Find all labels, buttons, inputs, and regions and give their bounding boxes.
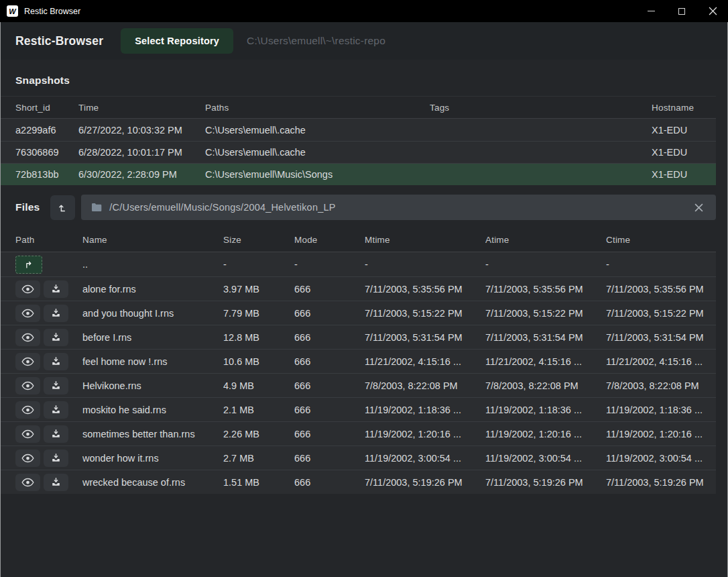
file-mtime: 11/19/2002, 3:00:54 ... xyxy=(365,453,485,464)
view-file-button[interactable] xyxy=(15,474,40,491)
view-file-button[interactable] xyxy=(15,401,40,419)
download-file-button[interactable] xyxy=(44,425,68,443)
snapshot-paths: C:\Users\emuell\.cache xyxy=(205,147,430,158)
maximize-button[interactable] xyxy=(666,0,697,22)
file-name: before I.rns xyxy=(82,332,223,343)
file-mtime: - xyxy=(365,259,485,270)
file-row[interactable]: feel home now !.rns 10.6 MB 666 11/21/20… xyxy=(1,349,716,373)
window-controls xyxy=(635,0,728,22)
minimize-button[interactable] xyxy=(635,0,666,22)
download-file-button[interactable] xyxy=(44,474,68,491)
file-mtime: 7/11/2003, 5:19:26 PM xyxy=(365,477,485,488)
download-file-button[interactable] xyxy=(44,329,68,346)
download-file-button[interactable] xyxy=(44,353,68,370)
file-mode: 666 xyxy=(294,453,365,464)
maximize-icon xyxy=(678,8,685,15)
files-table-header: Path Name Size Mode Mtime Atime Ctime xyxy=(1,227,716,252)
column-header-mode: Mode xyxy=(294,235,365,245)
eye-icon xyxy=(21,405,34,415)
file-atime: 7/11/2003, 5:35:56 PM xyxy=(485,284,606,295)
download-icon xyxy=(51,332,61,342)
file-mtime: 11/21/2002, 4:15:16 ... xyxy=(365,356,485,367)
file-size: 10.6 MB xyxy=(223,356,294,367)
download-file-button[interactable] xyxy=(44,305,68,322)
file-row[interactable]: and you thought I.rns 7.79 MB 666 7/11/2… xyxy=(1,301,716,325)
file-row[interactable]: sometimes better than.rns 2.26 MB 666 11… xyxy=(1,421,716,445)
file-name: wrecked because of.rns xyxy=(82,477,223,488)
close-button[interactable] xyxy=(697,0,728,22)
column-header-name: Name xyxy=(82,235,223,245)
eye-icon xyxy=(21,333,34,342)
file-row[interactable]: Helvikone.rns 4.9 MB 666 7/8/2003, 8:22:… xyxy=(1,373,716,397)
snapshot-short-id: 76306869 xyxy=(15,147,78,158)
current-path-bar[interactable]: /C/Users/emuell/Music/Songs/2004_Helveti… xyxy=(81,195,716,220)
snapshot-paths: C:\Users\emuell\Music\Songs xyxy=(205,169,430,180)
parent-directory-button[interactable] xyxy=(15,256,42,274)
view-file-button[interactable] xyxy=(15,305,40,322)
file-atime: 11/19/2002, 3:00:54 ... xyxy=(485,453,606,464)
file-name: and you thought I.rns xyxy=(82,308,223,319)
parent-directory-row[interactable]: .. - - - - - xyxy=(1,252,716,276)
file-mode: 666 xyxy=(294,284,365,295)
file-mode: 666 xyxy=(294,429,365,439)
file-ctime: 7/8/2003, 8:22:08 PM xyxy=(606,380,716,391)
view-file-button[interactable] xyxy=(15,353,40,370)
snapshot-time: 6/27/2022, 10:03:32 PM xyxy=(78,125,205,136)
column-header-hostname: Hostname xyxy=(652,103,716,113)
download-icon xyxy=(51,356,61,366)
view-file-button[interactable] xyxy=(15,425,40,443)
file-mode: 666 xyxy=(294,356,365,367)
file-atime: 11/19/2002, 1:20:16 ... xyxy=(485,429,606,439)
column-header-tags: Tags xyxy=(430,103,652,113)
snapshot-row[interactable]: 76306869 6/28/2022, 10:01:17 PM C:\Users… xyxy=(1,141,716,163)
file-row[interactable]: wrecked because of.rns 1.51 MB 666 7/11/… xyxy=(1,470,716,494)
view-file-button[interactable] xyxy=(15,450,40,467)
column-header-paths: Paths xyxy=(205,103,430,113)
view-file-button[interactable] xyxy=(15,280,40,298)
eye-icon xyxy=(21,429,34,439)
file-mtime: 11/19/2002, 1:18:36 ... xyxy=(365,405,485,415)
app-icon: W xyxy=(7,5,18,17)
file-size: 2.26 MB xyxy=(223,429,294,439)
arrow-up-right-icon xyxy=(23,260,35,270)
download-file-button[interactable] xyxy=(44,401,68,419)
file-size: 2.1 MB xyxy=(223,405,294,415)
download-file-button[interactable] xyxy=(44,450,68,467)
download-file-button[interactable] xyxy=(44,280,68,298)
column-header-atime: Atime xyxy=(485,235,606,245)
file-size: 7.79 MB xyxy=(223,308,294,319)
file-name: wonder how it.rns xyxy=(82,453,223,464)
file-row[interactable]: moskito he said.rns 2.1 MB 666 11/19/200… xyxy=(1,397,716,421)
window-body: Restic-Browser Select Repository C:\User… xyxy=(0,22,728,577)
file-ctime: 7/11/2003, 5:15:22 PM xyxy=(606,308,716,319)
download-file-button[interactable] xyxy=(44,377,68,395)
snapshot-row[interactable]: a2299af6 6/27/2022, 10:03:32 PM C:\Users… xyxy=(1,119,716,141)
snapshot-short-id: a2299af6 xyxy=(15,125,78,136)
file-row[interactable]: wonder how it.rns 2.7 MB 666 11/19/2002,… xyxy=(1,445,716,470)
clear-path-button[interactable] xyxy=(692,201,706,215)
file-size: 3.97 MB xyxy=(223,284,294,295)
file-name: moskito he said.rns xyxy=(82,405,223,415)
file-atime: 7/8/2003, 8:22:08 PM xyxy=(485,380,606,391)
snapshots-table-header: Short_id Time Paths Tags Hostname xyxy=(1,96,716,119)
folder-icon xyxy=(91,203,102,212)
files-bar: Files /C/Users/emuell/Music/Songs/2004_H… xyxy=(15,195,716,220)
snapshot-hostname: X1-EDU xyxy=(652,169,716,180)
file-row[interactable]: before I.rns 12.8 MB 666 7/11/2003, 5:31… xyxy=(1,325,716,349)
snapshot-time: 6/28/2022, 10:01:17 PM xyxy=(78,147,205,158)
download-icon xyxy=(51,477,61,487)
view-file-button[interactable] xyxy=(15,377,40,395)
close-icon xyxy=(709,7,717,15)
select-repository-button[interactable]: Select Repository xyxy=(121,28,233,54)
file-name: alone for.rns xyxy=(82,284,223,295)
view-file-button[interactable] xyxy=(15,329,40,346)
snapshot-row-selected[interactable]: 72b813bb 6/30/2022, 2:28:09 PM C:\Users\… xyxy=(1,163,716,185)
file-mode: 666 xyxy=(294,477,365,488)
file-name: .. xyxy=(82,259,223,270)
file-row[interactable]: alone for.rns 3.97 MB 666 7/11/2003, 5:3… xyxy=(1,276,716,301)
eye-icon xyxy=(21,309,34,318)
column-header-ctime: Ctime xyxy=(606,235,716,245)
dump-snapshot-button[interactable] xyxy=(50,195,75,220)
snapshots-table: Short_id Time Paths Tags Hostname a2299a… xyxy=(1,96,716,185)
snapshot-hostname: X1-EDU xyxy=(652,147,716,158)
